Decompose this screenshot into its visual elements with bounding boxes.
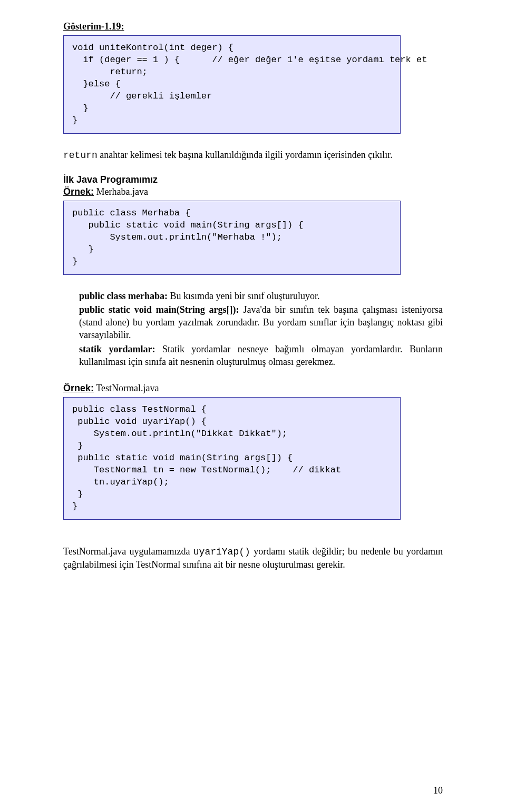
code-line: public static void main(String args[]) { [72, 453, 293, 463]
code-line: void uniteKontrol(int deger) { [72, 43, 233, 53]
bold-term: statik yordamlar: [79, 344, 155, 354]
example-filename: Merhaba.java [96, 186, 148, 197]
code-line: } [72, 115, 77, 125]
explanation-line: public class merhaba: Bu kısımda yeni bi… [79, 290, 443, 302]
bold-term: public static void main(String args[]): [79, 304, 239, 315]
code-line: return; [72, 67, 148, 77]
code-line: public class TestNormal { [72, 404, 207, 414]
code-comment: // dikkat [293, 465, 341, 475]
code-line: TestNormal tn = new TestNormal(); [72, 465, 271, 475]
explanation-block: public class merhaba: Bu kısımda yeni bi… [63, 290, 443, 369]
code-box-3: public class TestNormal { public void uy… [63, 397, 401, 519]
code-line [72, 91, 110, 101]
example-label-testnormal: Örnek: TestNormal.java [63, 383, 443, 394]
code-line: public void uyariYap() { [72, 417, 207, 427]
code-line: tn.uyariYap(); [72, 477, 169, 487]
code-line: System.out.println("Dikkat Dikkat"); [72, 429, 287, 439]
bold-term: public class merhaba: [79, 291, 168, 301]
example-label-text: Örnek: [63, 383, 94, 393]
code-line: } [72, 441, 83, 451]
inline-code: return [63, 150, 98, 161]
listing-heading: Gösterim-1.19: [63, 21, 443, 32]
paragraph-testnormal: TestNormal.java uygulamamızda uyariYap()… [63, 545, 443, 571]
code-line: } [72, 489, 83, 499]
code-line: if (deger == 1 ) { [72, 55, 180, 65]
explanation-line: statik yordamlar: Statik yordamlar nesne… [79, 343, 443, 369]
text: anahtar kelimesi tek başına kullanıldığı… [98, 150, 393, 160]
page-number: 10 [433, 785, 443, 796]
code-line: }else { [72, 79, 121, 89]
code-comment: // gerekli işlemler [110, 91, 212, 101]
explanation-line: public static void main(String args[]): … [79, 303, 443, 342]
section-title: İlk Java Programımız [63, 174, 443, 185]
code-line: } [72, 103, 89, 113]
text: TestNormal.java uygulamamızda [63, 546, 193, 557]
code-line: } [72, 501, 77, 511]
code-box-1: void uniteKontrol(int deger) { if (deger… [63, 35, 401, 134]
example-filename: TestNormal.java [96, 383, 159, 393]
inline-code: uyariYap() [193, 547, 250, 557]
example-label-merhaba: Örnek: Merhaba.java [63, 186, 443, 197]
example-label-text: Örnek: [63, 186, 94, 197]
code-box-2: public class Merhaba { public static voi… [63, 201, 401, 275]
code-comment: // eğer değer 1'e eşitse yordamı terk et [212, 55, 427, 65]
text: Bu kısımda yeni bir sınıf oluşturuluyor. [168, 291, 320, 301]
paragraph-return-keyword: return anahtar kelimesi tek başına kulla… [63, 148, 443, 162]
